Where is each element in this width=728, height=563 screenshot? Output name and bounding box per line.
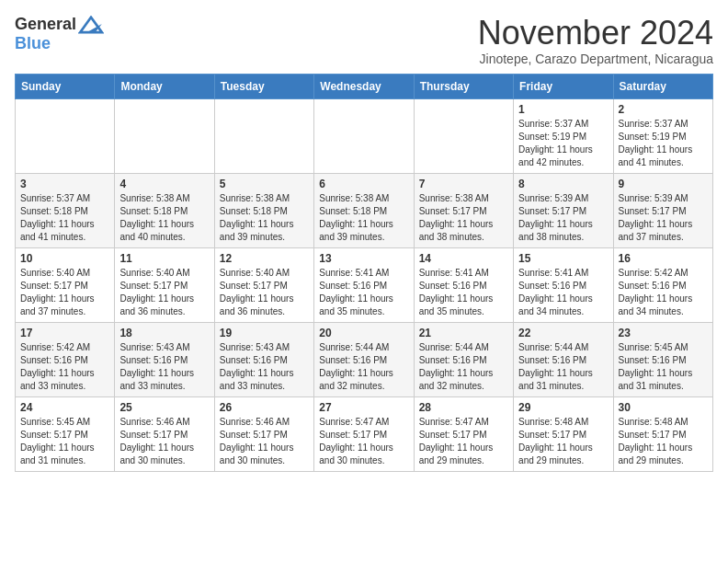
day-info: Sunrise: 5:37 AM Sunset: 5:19 PM Dayligh… [518, 118, 608, 169]
day-info: Sunrise: 5:37 AM Sunset: 5:19 PM Dayligh… [619, 118, 708, 169]
calendar-cell [214, 98, 313, 173]
calendar-header-saturday: Saturday [613, 74, 712, 98]
day-info: Sunrise: 5:40 AM Sunset: 5:17 PM Dayligh… [119, 267, 209, 318]
calendar-cell: 11Sunrise: 5:40 AM Sunset: 5:17 PM Dayli… [115, 247, 214, 322]
day-info: Sunrise: 5:42 AM Sunset: 5:16 PM Dayligh… [619, 267, 708, 318]
day-number: 27 [319, 401, 408, 414]
day-number: 18 [119, 327, 209, 339]
logo-icon [78, 16, 104, 34]
location-subtitle: Jinotepe, Carazo Department, Nicaragua [478, 52, 713, 66]
calendar-cell: 3Sunrise: 5:37 AM Sunset: 5:18 PM Daylig… [16, 173, 115, 247]
day-info: Sunrise: 5:44 AM Sunset: 5:16 PM Dayligh… [419, 341, 508, 393]
day-number: 30 [619, 401, 708, 414]
day-info: Sunrise: 5:42 AM Sunset: 5:16 PM Dayligh… [20, 341, 109, 393]
day-info: Sunrise: 5:45 AM Sunset: 5:17 PM Dayligh… [20, 416, 109, 467]
logo-general-text: General [15, 15, 76, 34]
day-info: Sunrise: 5:38 AM Sunset: 5:18 PM Dayligh… [319, 192, 408, 244]
logo-blue-text: Blue [15, 34, 51, 53]
calendar-cell: 13Sunrise: 5:41 AM Sunset: 5:16 PM Dayli… [314, 247, 414, 322]
day-number: 10 [20, 252, 109, 265]
calendar-cell: 29Sunrise: 5:48 AM Sunset: 5:17 PM Dayli… [514, 396, 613, 471]
calendar-cell: 18Sunrise: 5:43 AM Sunset: 5:16 PM Dayli… [115, 322, 214, 396]
calendar-cell: 26Sunrise: 5:46 AM Sunset: 5:17 PM Dayli… [214, 396, 313, 471]
day-number: 19 [220, 327, 309, 339]
calendar-cell [414, 98, 513, 173]
calendar-cell: 22Sunrise: 5:44 AM Sunset: 5:16 PM Dayli… [514, 322, 613, 396]
calendar-cell [115, 98, 214, 173]
calendar-cell: 2Sunrise: 5:37 AM Sunset: 5:19 PM Daylig… [613, 98, 712, 173]
day-number: 3 [20, 178, 109, 190]
month-title: November 2024 [478, 15, 713, 52]
day-info: Sunrise: 5:48 AM Sunset: 5:17 PM Dayligh… [619, 416, 708, 467]
calendar-cell: 12Sunrise: 5:40 AM Sunset: 5:17 PM Dayli… [214, 247, 313, 322]
day-info: Sunrise: 5:37 AM Sunset: 5:18 PM Dayligh… [20, 192, 109, 244]
day-info: Sunrise: 5:44 AM Sunset: 5:16 PM Dayligh… [518, 341, 608, 393]
day-number: 2 [619, 103, 708, 116]
day-number: 12 [220, 252, 309, 265]
calendar-header-wednesday: Wednesday [314, 74, 414, 98]
calendar-cell: 19Sunrise: 5:43 AM Sunset: 5:16 PM Dayli… [214, 322, 313, 396]
day-info: Sunrise: 5:46 AM Sunset: 5:17 PM Dayligh… [220, 416, 309, 467]
day-number: 20 [319, 327, 408, 339]
calendar-header-tuesday: Tuesday [214, 74, 313, 98]
day-info: Sunrise: 5:38 AM Sunset: 5:17 PM Dayligh… [419, 192, 508, 244]
day-info: Sunrise: 5:47 AM Sunset: 5:17 PM Dayligh… [319, 416, 408, 467]
calendar-cell [314, 98, 414, 173]
calendar-cell: 27Sunrise: 5:47 AM Sunset: 5:17 PM Dayli… [314, 396, 414, 471]
calendar-cell: 7Sunrise: 5:38 AM Sunset: 5:17 PM Daylig… [414, 173, 513, 247]
calendar-table: SundayMondayTuesdayWednesdayThursdayFrid… [15, 74, 713, 472]
day-number: 5 [220, 178, 309, 190]
page-header: General Blue November 2024 Jinotepe, Car… [15, 15, 713, 66]
day-info: Sunrise: 5:41 AM Sunset: 5:16 PM Dayligh… [319, 267, 408, 318]
day-info: Sunrise: 5:47 AM Sunset: 5:17 PM Dayligh… [419, 416, 508, 467]
calendar-cell: 8Sunrise: 5:39 AM Sunset: 5:17 PM Daylig… [514, 173, 613, 247]
calendar-cell [16, 98, 115, 173]
day-number: 17 [20, 327, 109, 339]
calendar-week-row: 17Sunrise: 5:42 AM Sunset: 5:16 PM Dayli… [16, 322, 713, 396]
calendar-cell: 16Sunrise: 5:42 AM Sunset: 5:16 PM Dayli… [613, 247, 712, 322]
day-number: 16 [619, 252, 708, 265]
day-info: Sunrise: 5:45 AM Sunset: 5:16 PM Dayligh… [619, 341, 708, 393]
calendar-week-row: 24Sunrise: 5:45 AM Sunset: 5:17 PM Dayli… [16, 396, 713, 471]
calendar-header-sunday: Sunday [16, 74, 115, 98]
day-info: Sunrise: 5:38 AM Sunset: 5:18 PM Dayligh… [220, 192, 309, 244]
calendar-cell: 9Sunrise: 5:39 AM Sunset: 5:17 PM Daylig… [613, 173, 712, 247]
day-number: 15 [518, 252, 608, 265]
logo: General Blue [15, 15, 104, 53]
calendar-header-monday: Monday [115, 74, 214, 98]
day-info: Sunrise: 5:38 AM Sunset: 5:18 PM Dayligh… [119, 192, 209, 244]
day-info: Sunrise: 5:46 AM Sunset: 5:17 PM Dayligh… [119, 416, 209, 467]
day-info: Sunrise: 5:43 AM Sunset: 5:16 PM Dayligh… [220, 341, 309, 393]
day-number: 8 [518, 178, 608, 190]
day-info: Sunrise: 5:43 AM Sunset: 5:16 PM Dayligh… [119, 341, 209, 393]
day-number: 13 [319, 252, 408, 265]
day-info: Sunrise: 5:41 AM Sunset: 5:16 PM Dayligh… [419, 267, 508, 318]
day-number: 22 [518, 327, 608, 339]
calendar-week-row: 10Sunrise: 5:40 AM Sunset: 5:17 PM Dayli… [16, 247, 713, 322]
day-info: Sunrise: 5:39 AM Sunset: 5:17 PM Dayligh… [619, 192, 708, 244]
day-number: 24 [20, 401, 109, 414]
day-number: 21 [419, 327, 508, 339]
day-number: 23 [619, 327, 708, 339]
calendar-cell: 25Sunrise: 5:46 AM Sunset: 5:17 PM Dayli… [115, 396, 214, 471]
day-info: Sunrise: 5:41 AM Sunset: 5:16 PM Dayligh… [518, 267, 608, 318]
calendar-cell: 23Sunrise: 5:45 AM Sunset: 5:16 PM Dayli… [613, 322, 712, 396]
calendar-cell: 30Sunrise: 5:48 AM Sunset: 5:17 PM Dayli… [613, 396, 712, 471]
calendar-cell: 5Sunrise: 5:38 AM Sunset: 5:18 PM Daylig… [214, 173, 313, 247]
calendar-cell: 21Sunrise: 5:44 AM Sunset: 5:16 PM Dayli… [414, 322, 513, 396]
calendar-cell: 17Sunrise: 5:42 AM Sunset: 5:16 PM Dayli… [16, 322, 115, 396]
calendar-cell: 15Sunrise: 5:41 AM Sunset: 5:16 PM Dayli… [514, 247, 613, 322]
title-section: November 2024 Jinotepe, Carazo Departmen… [478, 15, 713, 66]
day-info: Sunrise: 5:40 AM Sunset: 5:17 PM Dayligh… [220, 267, 309, 318]
calendar-cell: 1Sunrise: 5:37 AM Sunset: 5:19 PM Daylig… [514, 98, 613, 173]
day-number: 25 [119, 401, 209, 414]
calendar-cell: 28Sunrise: 5:47 AM Sunset: 5:17 PM Dayli… [414, 396, 513, 471]
day-info: Sunrise: 5:39 AM Sunset: 5:17 PM Dayligh… [518, 192, 608, 244]
day-info: Sunrise: 5:40 AM Sunset: 5:17 PM Dayligh… [20, 267, 109, 318]
day-number: 1 [518, 103, 608, 116]
day-number: 4 [119, 178, 209, 190]
day-number: 29 [518, 401, 608, 414]
calendar-week-row: 3Sunrise: 5:37 AM Sunset: 5:18 PM Daylig… [16, 173, 713, 247]
day-info: Sunrise: 5:44 AM Sunset: 5:16 PM Dayligh… [319, 341, 408, 393]
day-number: 14 [419, 252, 508, 265]
